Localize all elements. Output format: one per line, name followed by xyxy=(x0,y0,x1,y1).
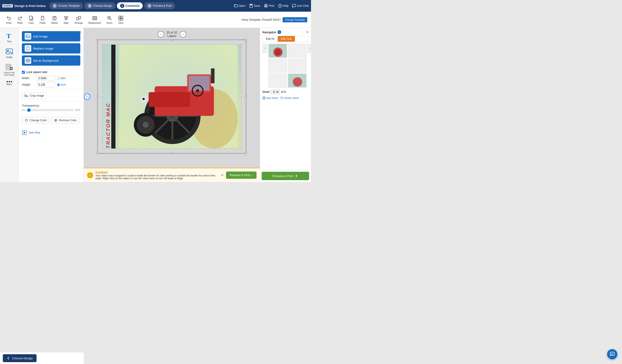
help-button[interactable]: ? Help xyxy=(278,4,289,8)
nav-prev-sheet-button[interactable]: ‹ xyxy=(262,44,268,53)
svg-rect-21 xyxy=(93,17,96,19)
height-row: Height: inch xyxy=(22,82,80,87)
arrange-button[interactable]: Arrange xyxy=(72,14,85,25)
caution-title: Caution! xyxy=(96,171,218,174)
handle-middle-right[interactable] xyxy=(245,96,247,98)
add-sheet-label: Add Sheet xyxy=(266,96,278,99)
mm-radio[interactable] xyxy=(57,77,60,80)
change-color-button[interactable]: Change Color xyxy=(22,117,49,124)
svg-rect-19 xyxy=(78,17,81,19)
copy-button[interactable]: Copy xyxy=(26,14,36,25)
nav-next-sheet-button[interactable]: › xyxy=(308,44,311,53)
thumbnail-1[interactable] xyxy=(268,44,287,58)
help-label: Help xyxy=(283,4,289,7)
preview-print-caution-button[interactable]: Preview & Print › xyxy=(226,172,256,179)
label-canvas[interactable]: TRACTOR MAC xyxy=(97,39,246,153)
caution-close-button[interactable]: ✕ xyxy=(221,173,224,177)
replace-image-button[interactable]: Replace Image xyxy=(22,43,80,54)
handle-bottom-left[interactable] xyxy=(97,152,99,154)
sidebar-item-text[interactable]: T Text xyxy=(1,30,18,45)
edit-one-button[interactable]: Edit One xyxy=(278,36,295,42)
undo-button[interactable]: Undo xyxy=(4,14,14,25)
step-1-choose-template[interactable]: 1 Choose Template xyxy=(49,2,83,9)
svg-rect-11 xyxy=(29,16,32,19)
align-button[interactable]: Align xyxy=(61,14,71,25)
redo-label: Redo xyxy=(17,22,23,24)
open-button[interactable]: Open xyxy=(234,4,245,8)
height-input[interactable] xyxy=(37,82,55,87)
sheet-row: Sheet 4 1 2 3 of 4 xyxy=(262,89,309,95)
print-button[interactable]: Print xyxy=(264,4,274,8)
caution-text-block: Caution! Your object was snapped to a pl… xyxy=(96,171,218,180)
sidebar-item-import[interactable]: Import Data Mail Merge xyxy=(1,61,18,78)
sidebar-item-more[interactable]: More xyxy=(1,79,18,88)
panel-close-button[interactable]: ✕ xyxy=(79,30,82,34)
zoom-button[interactable]: Zoom xyxy=(104,14,115,25)
step-2-choose-design[interactable]: 2 Choose Design xyxy=(84,2,115,9)
canvas-area: ‹ 25 of 32 Labels › TRACTOR MAC xyxy=(84,28,260,182)
change-color-label: Change Color xyxy=(30,119,47,122)
crop-image-button[interactable]: Crop Image xyxy=(22,92,47,99)
rotate-handle[interactable]: ↻ xyxy=(84,93,90,100)
svg-rect-14 xyxy=(53,17,56,20)
background-button[interactable]: Background xyxy=(86,14,103,25)
edit-all-button[interactable]: Edit All xyxy=(263,36,278,42)
svg-rect-23 xyxy=(119,16,121,18)
save-button[interactable]: Save xyxy=(249,4,260,8)
handle-middle-left[interactable] xyxy=(97,96,99,98)
thumbnail-4[interactable] xyxy=(288,59,307,73)
label-image-content: TRACTOR MAC xyxy=(102,45,241,149)
handle-top-left[interactable] xyxy=(97,39,99,41)
change-template-button[interactable]: Change Template xyxy=(283,17,307,22)
mm-radio-label[interactable]: mm xyxy=(57,77,70,80)
next-label-button[interactable]: › xyxy=(180,31,186,38)
height-label: Height: xyxy=(22,83,35,86)
thumbnail-2[interactable] xyxy=(288,44,307,58)
see-how-row[interactable]: See How xyxy=(22,127,80,135)
redo-icon xyxy=(17,15,23,21)
thumbnail-6[interactable] xyxy=(288,74,307,88)
svg-rect-24 xyxy=(121,16,123,18)
transparency-label: Transparency: xyxy=(22,104,80,107)
navigator-close-button[interactable]: ✕ xyxy=(306,31,309,34)
view-button[interactable]: View xyxy=(116,14,126,25)
inch-radio[interactable] xyxy=(57,83,60,86)
thumbnail-5[interactable] xyxy=(268,74,287,88)
sheet-select[interactable]: 4 1 2 3 xyxy=(271,89,280,95)
arrange-icon xyxy=(76,15,81,21)
preview-print-main-label: Preview & Print xyxy=(272,174,293,178)
add-image-button[interactable]: Add Image xyxy=(22,31,80,41)
delete-sheet-label: Delete Sheet xyxy=(284,96,299,99)
align-label: Align xyxy=(63,22,69,24)
undo-label: Undo xyxy=(6,22,12,24)
prev-label-button[interactable]: ‹ xyxy=(157,31,164,38)
delete-sheet-button[interactable]: Delete Sheet xyxy=(280,96,299,100)
handle-top-middle[interactable] xyxy=(171,39,173,41)
print-label: Print xyxy=(269,4,274,7)
redo-button[interactable]: Redo xyxy=(15,14,25,25)
thumbnail-3[interactable] xyxy=(268,59,287,73)
delete-button[interactable]: Delete xyxy=(49,14,60,25)
step-4-preview-print[interactable]: 4 Preview & Print xyxy=(144,2,175,9)
transparency-slider[interactable] xyxy=(27,108,74,112)
remove-color-button[interactable]: Remove Color xyxy=(51,117,79,124)
live-chat-button[interactable]: Live Chat xyxy=(292,4,309,8)
set-as-background-button[interactable]: Set as Background xyxy=(22,55,80,66)
add-sheet-button[interactable]: Add Sheet xyxy=(262,96,278,100)
lock-aspect-checkbox[interactable] xyxy=(22,71,25,74)
preview-print-main-button[interactable]: Preview & Print xyxy=(262,172,309,180)
paste-icon xyxy=(40,15,45,21)
navigator-info-icon[interactable]: i xyxy=(277,30,281,34)
handle-bottom-middle[interactable] xyxy=(171,152,173,154)
inch-radio-label[interactable]: inch xyxy=(57,83,70,86)
view-label: View xyxy=(118,22,123,24)
sidebar-item-image[interactable]: Image xyxy=(1,46,18,60)
handle-bottom-right[interactable] xyxy=(245,152,247,154)
live-chat-label: Live Chat xyxy=(297,4,309,7)
width-label: Width: xyxy=(22,77,35,80)
step-3-customize[interactable]: 3 Customize xyxy=(117,2,143,9)
handle-top-right[interactable] xyxy=(245,39,247,41)
paste-button[interactable]: Paste xyxy=(37,14,48,25)
nav-actions: Open Save Print ? Help Live Chat xyxy=(234,4,309,8)
width-input[interactable] xyxy=(37,76,55,81)
